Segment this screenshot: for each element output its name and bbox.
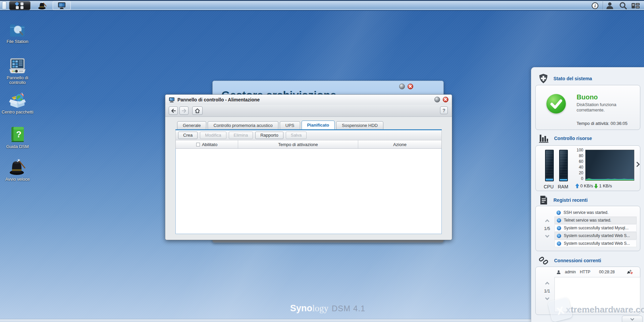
resource-monitor-header: Controllo risorse [539,134,592,143]
ytick-40: 40 [569,165,583,170]
download-rate: 1 KB/s [599,183,612,188]
home-button[interactable] [192,106,203,115]
ytick-20: 20 [569,171,583,175]
connections-page-indicator: 1/1 [544,288,550,293]
log-info-icon: i [557,241,561,246]
pilot-view-icon [631,2,640,9]
salva-button[interactable]: Salva [286,132,307,139]
control-panel-power-dialog: Pannello di controllo - Alimentazione ? … [165,94,452,240]
tab-generale[interactable]: Generale [177,121,206,129]
page-up-icon[interactable] [545,282,549,286]
select-all-checkbox[interactable] [196,143,200,146]
control-panel-window-icon [169,97,175,102]
svg-text:?: ? [16,129,21,139]
resource-monitor-card: CPU RAM 100 80 60 40 20 0 0 KB/s 1 KB/s [535,145,640,191]
log-list: iSSH service was started. iTelnet servic… [554,209,637,247]
show-desktop-button[interactable] [2,1,6,9]
recent-logs-header: Registri recenti [539,195,588,205]
page-up-icon[interactable] [545,219,549,224]
page-down-icon[interactable] [545,296,549,300]
elimina-button[interactable]: Elimina [229,132,253,139]
desktop-icon-control-panel[interactable]: Pannello di controllo [1,57,34,85]
network-chart-svg [586,150,634,180]
close-icon[interactable] [408,84,413,89]
user-icon [556,270,561,274]
main-menu-button[interactable] [9,1,31,10]
uptime-text: Tempo di attività: 00:36:05 [577,121,628,126]
back-arrow-icon [171,109,176,113]
ram-gauge [559,150,568,181]
minimize-button[interactable] [434,97,440,102]
dialog-titlebar[interactable]: Pannello di controllo - Alimentazione [165,95,452,105]
log-row[interactable]: iSystem successfully started Mysql... [554,224,637,232]
search-button[interactable] [619,2,628,9]
tab-sospensione-hdd[interactable]: Sospensione HDD [336,121,383,129]
log-row[interactable]: iSystem successfully started Web S... [554,232,637,239]
minimize-button[interactable] [399,84,405,89]
upload-rate: 0 KB/s [580,183,593,188]
log-info-icon: i [556,211,561,215]
close-icon[interactable] [443,97,448,102]
taskbar: i [0,0,644,11]
schedule-table-body[interactable] [175,149,442,234]
desktop-icon-label: Pannello di controllo [1,76,34,85]
cpu-gauge [545,150,554,181]
recent-logs-card: 1/5 iSSH service was started. iTelnet se… [535,206,640,251]
svg-text:i: i [594,3,596,8]
disconnect-icon[interactable] [627,270,633,274]
desktop-icon-package-center[interactable]: Centro pacchetti [1,91,34,114]
main-menu-grid-icon [14,2,26,9]
desktop-icon-quick-start[interactable]: Avvio veloce [1,158,34,182]
log-row[interactable]: iSSH service was started. [554,209,637,216]
crea-button[interactable]: Crea [178,132,198,139]
connection-protocol: HTTP [580,270,590,274]
user-menu-button[interactable] [605,2,614,9]
forward-button[interactable] [179,106,189,115]
desktop-icon-file-station[interactable]: File Station [1,21,34,44]
pilot-view-button[interactable] [631,2,640,9]
connection-row[interactable]: admin HTTP 00:28:28 [556,270,633,274]
status-value: Buono [577,93,598,101]
status-ok-icon [546,94,566,113]
dsm-help-icon: ? [1,126,34,143]
info-button[interactable]: i [591,2,599,9]
tab-pianificato[interactable]: Pianificato [302,121,335,129]
log-row[interactable]: iSystem successfully started Web S... [554,240,637,247]
connections-header: Connessioni correnti [539,256,601,266]
status-description: DiskStation funziona correttamente. [577,102,627,113]
desktop-icon-label: Guida DSM [1,144,34,149]
logs-page-indicator: 1/5 [544,226,550,231]
forward-arrow-icon [182,109,186,113]
tabstrip: Generale Controllo promemoria acustico U… [175,121,442,129]
dialog-body: Generale Controllo promemoria acustico U… [165,117,452,240]
user-icon [606,2,614,9]
synology-watermark: SynologyDSM 4.1 [290,303,365,314]
connection-time: 00:28:28 [599,270,615,274]
page-down-icon[interactable] [545,233,549,238]
taskbar-separator [603,1,603,9]
rapporto-button[interactable]: Rapporto [255,132,283,139]
cpu-label: CPU [544,184,554,189]
search-icon [619,2,627,10]
modifica-button[interactable]: Modifica [200,132,226,139]
quick-launch-button[interactable] [34,1,51,10]
upload-arrow-icon [575,184,579,188]
tab-ups[interactable]: UPS [280,121,300,129]
desktop-icon-dsm-help[interactable]: ? Guida DSM [1,126,34,149]
help-button[interactable]: ? [440,106,448,114]
traffic-rates: 0 KB/s 1 KB/s [575,183,612,188]
column-abilitato: Abilitato [176,140,238,148]
tab-controllo-promemoria-acustico[interactable]: Controllo promemoria acustico [208,121,278,129]
home-icon [195,108,200,113]
system-status-header: Stato del sistema [539,74,592,84]
taskbar-storage-manager-button[interactable] [53,1,71,10]
table-header: Abilitato Tempo di attivazione Azione [175,140,442,149]
dialog-title: Pannello di controllo - Alimentazione [177,97,260,102]
control-panel-icon [1,57,34,74]
log-row[interactable]: iTelnet service was started. [554,217,637,224]
desktop-icon-label: Centro pacchetti [1,110,34,114]
log-info-icon: i [557,218,561,223]
back-button[interactable] [169,106,178,115]
desktop-icon-label: File Station [1,39,34,44]
resource-detail-chevron-icon[interactable] [635,162,640,167]
